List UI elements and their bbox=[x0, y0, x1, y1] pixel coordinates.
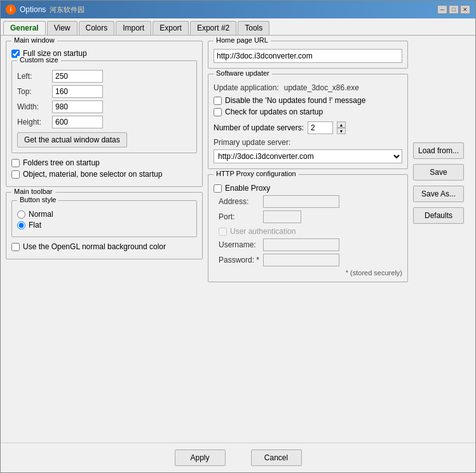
spinner-up[interactable]: ▲ bbox=[337, 121, 346, 128]
window-title: Options bbox=[20, 5, 46, 14]
normal-radio[interactable] bbox=[17, 210, 25, 219]
username-row: Username: bbox=[219, 238, 402, 251]
enable-proxy-checkbox[interactable] bbox=[214, 184, 222, 193]
http-proxy-title: HTTP Proxy configuration bbox=[214, 170, 299, 177]
load-from-button[interactable]: Load from... bbox=[413, 142, 464, 159]
address-input[interactable] bbox=[263, 195, 339, 208]
height-input[interactable] bbox=[52, 116, 103, 128]
software-updater-group: Software updater Update application: upd… bbox=[208, 74, 408, 169]
opengl-bg-row: Use the OpenGL normal background color bbox=[11, 242, 197, 251]
disable-msg-row: Disable the 'No updates found !' message bbox=[214, 96, 402, 105]
tabs-bar: General View Colors Import Export Export… bbox=[1, 18, 475, 36]
password-input[interactable] bbox=[263, 254, 339, 266]
secure-note: * (stored securely) bbox=[219, 269, 402, 277]
primary-server-select[interactable]: http://3doc.i3dconverter.com bbox=[214, 149, 402, 163]
middle-panel: Home page URL Software updater Update ap… bbox=[208, 41, 408, 437]
address-row: Address: bbox=[219, 195, 402, 208]
object-selector-checkbox[interactable] bbox=[11, 170, 20, 179]
update-app-value: update_3doc_x86.exe bbox=[284, 83, 359, 92]
left-label: Left: bbox=[17, 72, 52, 81]
proxy-fields: Address: Port: User authentication bbox=[214, 195, 402, 277]
user-auth-checkbox[interactable] bbox=[219, 228, 227, 236]
home-page-group: Home page URL bbox=[208, 41, 408, 69]
port-row: Port: bbox=[219, 210, 402, 223]
enable-proxy-row: Enable Proxy bbox=[214, 184, 402, 193]
primary-server-label: Primary update server: bbox=[214, 138, 402, 147]
flat-radio[interactable] bbox=[17, 221, 25, 230]
width-input[interactable] bbox=[52, 100, 103, 113]
password-label: Password: * bbox=[219, 256, 263, 264]
update-app-label: Update application: bbox=[214, 83, 279, 92]
check-startup-checkbox[interactable] bbox=[214, 108, 222, 116]
tab-export2[interactable]: Export #2 bbox=[190, 21, 236, 35]
window-controls: ─ □ ✕ bbox=[437, 5, 470, 14]
check-startup-row: Check for updates on startup bbox=[214, 107, 402, 116]
footer-bar: Apply Cancel bbox=[1, 442, 475, 472]
password-row: Password: * bbox=[219, 254, 402, 266]
apply-button[interactable]: Apply bbox=[175, 449, 226, 466]
app-icon: i bbox=[6, 4, 16, 15]
defaults-button[interactable]: Defaults bbox=[413, 207, 464, 224]
tab-colors[interactable]: Colors bbox=[79, 21, 115, 35]
main-toolbar-group: Main toolbar Button style Normal Flat bbox=[6, 192, 203, 259]
left-row: Left: bbox=[17, 70, 191, 83]
normal-label: Normal bbox=[29, 210, 53, 219]
opengl-bg-checkbox[interactable] bbox=[11, 243, 20, 251]
username-label: Username: bbox=[219, 240, 263, 249]
cancel-button[interactable]: Cancel bbox=[251, 449, 302, 466]
save-as-button[interactable]: Save As... bbox=[413, 186, 464, 202]
home-page-title: Home page URL bbox=[214, 36, 271, 44]
top-input[interactable] bbox=[52, 85, 103, 98]
left-input[interactable] bbox=[52, 70, 103, 83]
custom-size-group: Custom size Left: Top: Width: bbox=[11, 60, 197, 153]
software-updater-title: Software updater bbox=[214, 69, 272, 77]
main-window: i Options 河东软件园 ─ □ ✕ General View Color… bbox=[0, 0, 476, 473]
left-panel: Main window Full size on startup Custom … bbox=[6, 41, 203, 437]
minimize-button[interactable]: ─ bbox=[437, 5, 447, 14]
port-label: Port: bbox=[219, 212, 263, 221]
user-auth-label: User authentication bbox=[230, 227, 296, 236]
port-input[interactable] bbox=[263, 210, 301, 223]
width-row: Width: bbox=[17, 100, 191, 113]
object-selector-row: Object, material, bone selector on start… bbox=[11, 170, 197, 179]
spinner-down[interactable]: ▼ bbox=[337, 128, 346, 134]
tab-export[interactable]: Export bbox=[153, 21, 189, 35]
tab-tools[interactable]: Tools bbox=[238, 21, 269, 35]
custom-size-title: Custom size bbox=[17, 56, 61, 64]
height-row: Height: bbox=[17, 116, 191, 128]
right-panel: Load from... Save Save As... Defaults bbox=[413, 41, 470, 437]
save-button[interactable]: Save bbox=[413, 164, 464, 181]
width-label: Width: bbox=[17, 102, 52, 111]
folders-tree-checkbox[interactable] bbox=[11, 159, 20, 167]
primary-server-section: Primary update server: http://3doc.i3dco… bbox=[214, 138, 402, 163]
num-servers-row: Number of update servers: ▲ ▼ bbox=[214, 121, 402, 134]
address-label: Address: bbox=[219, 197, 263, 206]
folders-tree-label: Folders tree on startup bbox=[23, 158, 100, 167]
home-page-url-input[interactable] bbox=[214, 49, 402, 63]
normal-radio-row: Normal bbox=[17, 210, 191, 219]
http-proxy-group: HTTP Proxy configuration Enable Proxy Ad… bbox=[208, 174, 408, 282]
height-label: Height: bbox=[17, 118, 52, 127]
enable-proxy-label: Enable Proxy bbox=[225, 184, 270, 193]
main-window-group: Main window Full size on startup Custom … bbox=[6, 41, 203, 187]
close-button[interactable]: ✕ bbox=[460, 5, 470, 14]
maximize-button[interactable]: □ bbox=[449, 5, 459, 14]
title-bar-left: i Options 河东软件园 bbox=[6, 4, 85, 15]
content-area: Main window Full size on startup Custom … bbox=[1, 36, 475, 442]
tab-view[interactable]: View bbox=[47, 21, 78, 35]
spinner-controls: ▲ ▼ bbox=[337, 121, 346, 134]
num-servers-label: Number of update servers: bbox=[214, 123, 304, 132]
tab-general[interactable]: General bbox=[3, 21, 46, 35]
folders-tree-row: Folders tree on startup bbox=[11, 158, 197, 167]
title-bar: i Options 河东软件园 ─ □ ✕ bbox=[1, 1, 475, 18]
disable-msg-checkbox[interactable] bbox=[214, 97, 222, 105]
opengl-bg-label: Use the OpenGL normal background color bbox=[23, 242, 166, 251]
username-input[interactable] bbox=[263, 238, 339, 251]
user-auth-row: User authentication bbox=[219, 227, 402, 236]
disable-msg-label: Disable the 'No updates found !' message bbox=[225, 96, 365, 105]
button-style-group: Button style Normal Flat bbox=[11, 200, 197, 237]
get-actual-button[interactable]: Get the actual window datas bbox=[17, 132, 127, 147]
main-toolbar-title: Main toolbar bbox=[11, 188, 55, 195]
num-servers-input[interactable] bbox=[308, 121, 333, 134]
tab-import[interactable]: Import bbox=[116, 21, 151, 35]
